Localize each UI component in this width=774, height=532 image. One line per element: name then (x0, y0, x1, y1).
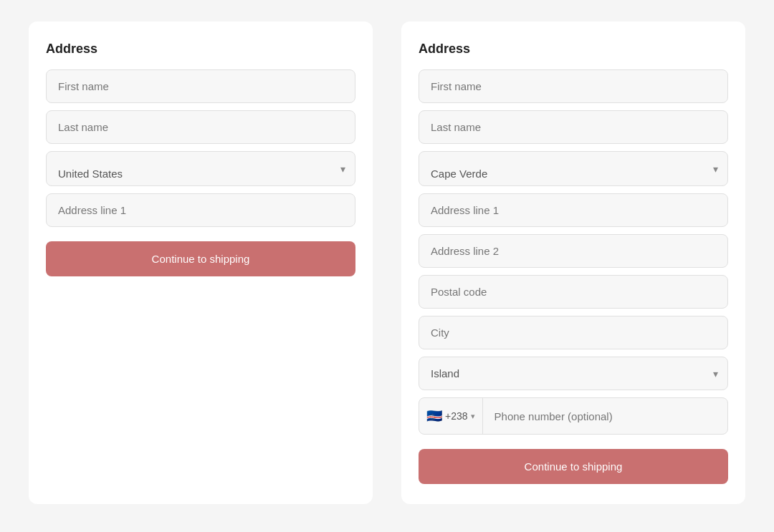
right-continue-button[interactable]: Continue to shipping (419, 449, 728, 484)
right-island-group: Island Santiago São Vicente Sal Fogo San… (419, 357, 728, 390)
left-country-group: Country or region United States Canada U… (46, 151, 355, 186)
left-address-panel: Address Country or region United States … (29, 21, 373, 504)
right-phone-group: 🇨🇻 +238 ▾ (419, 397, 728, 435)
right-last-name-input[interactable] (419, 110, 728, 144)
right-city-group (419, 316, 728, 349)
right-postal-code-input[interactable] (419, 275, 728, 309)
phone-row: 🇨🇻 +238 ▾ (419, 397, 728, 435)
right-address-line2-input[interactable] (419, 234, 728, 268)
right-address-line1-input[interactable] (419, 193, 728, 227)
left-last-name-group (46, 110, 355, 144)
right-country-group: Country or region Cape Verde United Stat… (419, 151, 728, 186)
left-last-name-input[interactable] (46, 110, 355, 144)
left-address-line1-group (46, 193, 355, 227)
right-postal-code-group (419, 275, 728, 309)
right-phone-input[interactable] (483, 400, 727, 432)
right-first-name-input[interactable] (419, 69, 728, 103)
right-address-line1-group (419, 193, 728, 227)
left-continue-button[interactable]: Continue to shipping (46, 241, 355, 276)
phone-flag-select-button[interactable]: 🇨🇻 +238 ▾ (419, 398, 483, 434)
right-island-select[interactable]: Island Santiago São Vicente Sal Fogo San… (419, 357, 728, 390)
left-first-name-input[interactable] (46, 69, 355, 103)
right-address-line2-group (419, 234, 728, 268)
left-address-line1-input[interactable] (46, 193, 355, 227)
right-country-select[interactable]: Cape Verde United States Canada United K… (419, 151, 728, 186)
right-first-name-group (419, 69, 728, 103)
right-last-name-group (419, 110, 728, 144)
left-first-name-group (46, 69, 355, 103)
phone-chevron-icon: ▾ (471, 412, 475, 421)
cape-verde-flag-icon: 🇨🇻 (426, 408, 442, 424)
page-container: Address Country or region United States … (14, 21, 760, 504)
left-panel-title: Address (46, 42, 355, 57)
phone-code: +238 (445, 410, 468, 422)
left-country-select[interactable]: United States Canada United Kingdom Aust… (46, 151, 355, 186)
right-city-input[interactable] (419, 316, 728, 349)
right-panel-title: Address (419, 42, 728, 57)
right-address-panel: Address Country or region Cape Verde Uni… (401, 21, 745, 504)
